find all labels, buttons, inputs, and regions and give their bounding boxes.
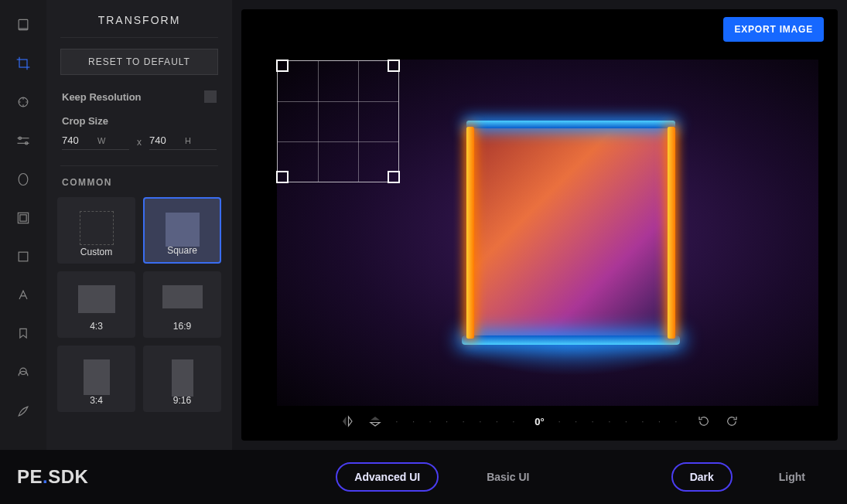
divider: [60, 37, 218, 38]
keep-resolution-label: Keep Resolution: [62, 91, 142, 103]
preset-label: Custom: [80, 247, 112, 257]
focus-icon[interactable]: [14, 170, 32, 189]
crop-width-input[interactable]: [62, 135, 93, 146]
crop-size-inputs: W x H: [62, 135, 217, 150]
sticker-icon[interactable]: [14, 325, 32, 343]
svg-rect-2: [19, 60, 27, 67]
preset-shape: [172, 359, 193, 397]
text-icon[interactable]: [14, 286, 32, 305]
width-unit: W: [97, 136, 105, 145]
crop-overlay[interactable]: [277, 60, 399, 182]
angle-label: 0°: [534, 416, 544, 427]
crop-handle-tr[interactable]: [388, 60, 400, 72]
preset-shape: [78, 285, 115, 313]
footer: PE.SDK Advanced UI Basic UI Dark Light: [0, 450, 847, 504]
preset-label: 3:4: [90, 395, 103, 406]
flip-horizontal-icon[interactable]: [340, 414, 354, 428]
advanced-ui-button[interactable]: Advanced UI: [336, 462, 439, 492]
preset-scroll[interactable]: COMMON CustomSquare4:316:93:49:16: [46, 166, 232, 450]
preset-shape: [80, 211, 114, 245]
preset-grid: CustomSquare4:316:93:49:16: [57, 197, 221, 412]
neon-artwork: [466, 121, 675, 345]
preset-custom[interactable]: Custom: [57, 197, 135, 264]
preset-16-9[interactable]: 16:9: [143, 271, 221, 338]
export-button[interactable]: EXPORT IMAGE: [723, 17, 824, 42]
adjust-icon[interactable]: [14, 131, 32, 150]
brush-icon[interactable]: [14, 363, 32, 382]
canvas[interactable]: · · · · · · · · 0° · · · · · · · ·: [241, 9, 838, 441]
section-common: COMMON: [57, 166, 221, 197]
flip-vertical-icon[interactable]: [368, 414, 382, 428]
theme-switch: Dark Light: [671, 462, 822, 492]
canvas-wrap: EXPORT IMAGE: [232, 0, 847, 450]
basic-ui-button[interactable]: Basic UI: [470, 464, 546, 490]
preset-square[interactable]: Square: [143, 197, 221, 264]
transform-bottom-controls: · · · · · · · · 0° · · · · · · · ·: [241, 414, 838, 428]
overlay-icon[interactable]: [14, 209, 32, 227]
angle-track-right[interactable]: · · · · · · · ·: [558, 417, 684, 426]
rotate-ccw-icon[interactable]: [697, 414, 711, 428]
keep-resolution-checkbox[interactable]: [204, 90, 217, 103]
crop-size-group: Crop Size W x H: [46, 115, 232, 162]
logo: PE.SDK: [17, 466, 88, 488]
panel-title: TRANSFORM: [46, 0, 232, 37]
crop-height-group: H: [149, 135, 217, 150]
svg-rect-14: [19, 252, 28, 261]
main-area: TRANSFORM RESET TO DEFAULT Keep Resoluti…: [0, 0, 847, 450]
dark-theme-button[interactable]: Dark: [671, 462, 733, 492]
frame-icon[interactable]: [14, 247, 32, 266]
preset-9-16[interactable]: 9:16: [143, 346, 221, 412]
rotate-cw-icon[interactable]: [725, 414, 739, 428]
ui-mode-switch: Advanced UI Basic UI: [336, 462, 546, 492]
crop-times: x: [134, 137, 145, 148]
svg-rect-13: [20, 215, 26, 221]
preset-label: 16:9: [173, 321, 191, 332]
filters-icon[interactable]: [14, 93, 32, 111]
light-theme-button[interactable]: Light: [762, 464, 822, 490]
preset-label: Square: [167, 245, 197, 256]
keep-resolution-row: Keep Resolution: [46, 84, 232, 115]
height-unit: H: [185, 136, 191, 145]
preset-label: 4:3: [90, 321, 103, 332]
crop-handle-tl[interactable]: [276, 60, 289, 72]
reset-button[interactable]: RESET TO DEFAULT: [60, 49, 218, 75]
preset-shape: [84, 359, 110, 395]
transform-panel: TRANSFORM RESET TO DEFAULT Keep Resoluti…: [46, 0, 232, 450]
preset-label: 9:16: [173, 395, 191, 406]
draw-icon[interactable]: [14, 402, 32, 421]
preset-3-4[interactable]: 3:4: [57, 346, 135, 412]
logo-pre: PE: [17, 466, 43, 487]
tool-rail: [0, 0, 46, 450]
crop-width-group: W: [62, 135, 129, 150]
preset-shape: [166, 213, 200, 247]
preset-shape: [162, 285, 203, 308]
angle-track-left[interactable]: · · · · · · · ·: [396, 417, 521, 426]
crop-handle-br[interactable]: [388, 171, 400, 183]
library-icon[interactable]: [14, 15, 32, 34]
logo-post: SDK: [48, 466, 88, 487]
crop-height-input[interactable]: [149, 135, 180, 146]
crop-size-label: Crop Size: [62, 115, 217, 127]
preset-4-3[interactable]: 4:3: [57, 271, 135, 338]
transform-icon[interactable]: [14, 54, 32, 73]
crop-handle-bl[interactable]: [276, 171, 289, 183]
